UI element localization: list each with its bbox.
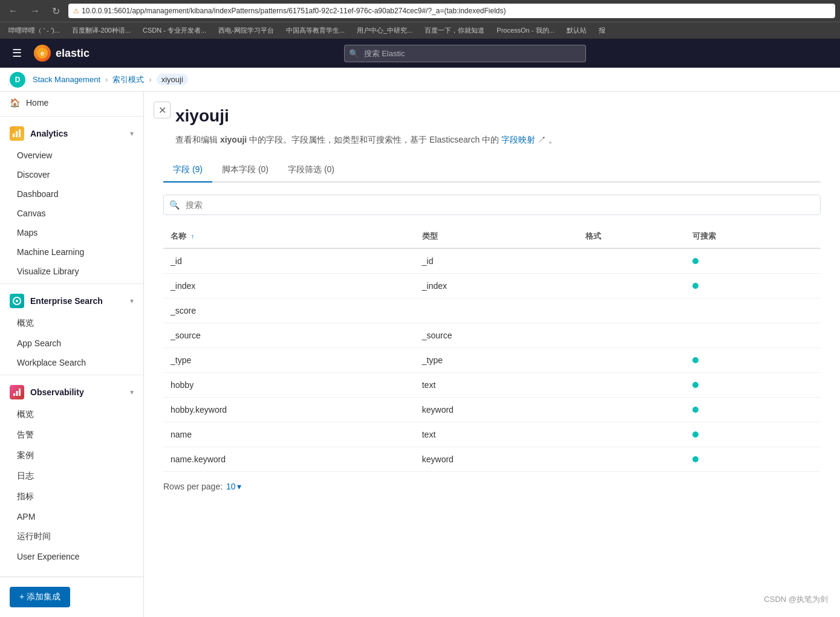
field-type-cell: _type — [415, 348, 578, 373]
table-row: nametext — [163, 422, 821, 447]
column-header-name[interactable]: 名称 ↑ — [163, 225, 415, 248]
home-icon: 🏠 — [10, 98, 20, 108]
close-icon: ✕ — [158, 105, 166, 116]
column-header-format: 格式 — [578, 225, 685, 248]
field-name-cell: name.keyword — [163, 447, 415, 472]
close-button[interactable]: ✕ — [154, 102, 171, 118]
enterprise-section-title: Enterprise Search — [30, 296, 124, 306]
field-format-cell — [578, 274, 685, 299]
sidebar-section-observability[interactable]: Observability ▾ — [0, 378, 143, 404]
bookmark-bilibili[interactable]: 哔哩哔哩（ ' - ')... — [5, 25, 63, 36]
nav-back-button[interactable]: ← — [5, 4, 22, 18]
bookmark-baidu[interactable]: 百度一下，你就知道 — [421, 25, 488, 36]
sidebar-item-machine-learning[interactable]: Machine Learning — [0, 242, 143, 262]
searchable-indicator — [692, 283, 698, 289]
sidebar-item-cases[interactable]: 案例 — [0, 445, 143, 466]
tab-scripted-fields[interactable]: 脚本字段 (0) — [212, 158, 278, 183]
hamburger-menu-button[interactable]: ☰ — [10, 44, 24, 62]
nav-forward-button[interactable]: → — [27, 4, 44, 18]
table-row: hobbytext — [163, 373, 821, 398]
rows-per-page-selector[interactable]: 10 ▾ — [226, 482, 241, 491]
observability-section-title: Observability — [30, 387, 124, 397]
sort-ascending-icon: ↑ — [191, 233, 195, 240]
page-title: xiyouji — [175, 106, 821, 126]
sidebar-section-analytics[interactable]: Analytics ▾ — [0, 119, 143, 146]
browser-nav-bar: ← → ↻ ⚠ 10.0.0.91:5601/app/management/ki… — [0, 0, 840, 22]
sidebar-item-home[interactable]: 🏠 Home — [0, 92, 143, 114]
external-link-icon: ↗ — [538, 135, 546, 144]
table-row: hobby.keywordkeyword — [163, 398, 821, 422]
observability-chevron-icon: ▾ — [130, 388, 134, 396]
app-layout: 🏠 Home Analytics ▾ Overview Discover Das… — [0, 92, 840, 617]
sidebar-item-logs[interactable]: 日志 — [0, 466, 143, 486]
url-text: 10.0.0.91:5601/app/management/kibana/ind… — [82, 7, 506, 15]
desc-suffix: 。 — [549, 135, 557, 144]
url-bar[interactable]: ⚠ 10.0.0.91:5601/app/management/kibana/i… — [68, 4, 835, 18]
sidebar-item-user-experience[interactable]: User Experience — [0, 547, 143, 566]
sidebar-item-canvas[interactable]: Canvas — [0, 204, 143, 223]
field-format-cell — [578, 248, 685, 274]
sidebar-item-enterprise-overview[interactable]: 概览 — [0, 313, 143, 334]
breadcrumb-stack-management[interactable]: Stack Management — [33, 75, 100, 84]
watermark: CSDN @执笔为剑 — [764, 594, 828, 605]
sidebar-item-alerts[interactable]: 告警 — [0, 425, 143, 445]
sidebar-item-app-search[interactable]: App Search — [0, 334, 143, 353]
table-row: _index_index — [163, 274, 821, 299]
bookmark-xidian[interactable]: 西电-网院学习平台 — [215, 25, 278, 36]
svg-rect-7 — [13, 393, 15, 396]
analytics-chevron-icon: ▾ — [130, 129, 134, 138]
table-row: _type_type — [163, 348, 821, 373]
nav-reload-button[interactable]: ↻ — [48, 4, 63, 18]
bookmark-processon[interactable]: ProcessOn - 我的... — [493, 25, 558, 36]
field-type-cell: _id — [415, 248, 578, 274]
sidebar-item-visualize-library[interactable]: Visualize Library — [0, 262, 143, 281]
svg-rect-8 — [16, 391, 18, 396]
sidebar-item-discover[interactable]: Discover — [0, 165, 143, 184]
table-row: _score — [163, 299, 821, 323]
sidebar-item-dashboard[interactable]: Dashboard — [0, 184, 143, 204]
sidebar-item-uptime[interactable]: 运行时间 — [0, 526, 143, 547]
kibana-logo: e elastic — [34, 45, 90, 62]
sidebar-item-apm[interactable]: APM — [0, 507, 143, 526]
bookmark-default[interactable]: 默认站 — [563, 25, 590, 36]
breadcrumb-separator-2: › — [149, 75, 151, 84]
add-integration-button[interactable]: + 添加集成 — [10, 587, 70, 607]
desc-prefix: 查看和编辑 — [175, 135, 218, 144]
bookmark-extra[interactable]: 报 — [595, 25, 609, 36]
field-type-cell: _index — [415, 274, 578, 299]
sidebar-item-observability-overview[interactable]: 概览 — [0, 404, 143, 425]
tab-fields[interactable]: 字段 (9) — [163, 158, 212, 183]
elastic-brand-text: elastic — [56, 47, 90, 60]
global-search-input[interactable] — [344, 45, 586, 62]
page-description: 查看和编辑 xiyouji 中的字段。字段属性，如类型和可搜索性，基于 Elas… — [175, 133, 821, 146]
field-mapping-link[interactable]: 字段映射 — [501, 135, 535, 144]
field-searchable-cell — [685, 348, 821, 373]
bookmarks-bar: 哔哩哔哩（ ' - ')... 百度翻译-200种语... CSDN - 专业开… — [0, 22, 840, 39]
tab-field-filter[interactable]: 字段筛选 (0) — [278, 158, 344, 183]
analytics-section-icon — [10, 126, 24, 141]
field-format-cell — [578, 422, 685, 447]
table-header-row: 名称 ↑ 类型 格式 可搜索 — [163, 225, 821, 248]
field-type-cell — [415, 299, 578, 323]
field-searchable-cell — [685, 373, 821, 398]
bookmark-baidu-translate[interactable]: 百度翻译-200种语... — [68, 25, 134, 36]
sidebar-divider-1 — [0, 116, 143, 117]
bookmark-user-center[interactable]: 用户中心_中研究... — [353, 25, 416, 36]
breadcrumb-index-patterns[interactable]: 索引模式 — [112, 74, 144, 85]
sidebar-item-metrics[interactable]: 指标 — [0, 486, 143, 507]
bookmark-csdn[interactable]: CSDN - 专业开发者... — [139, 25, 210, 36]
bookmark-education[interactable]: 中国高等教育学生... — [282, 25, 348, 36]
enterprise-section-icon — [10, 294, 24, 308]
field-searchable-cell — [685, 447, 821, 472]
svg-point-6 — [16, 300, 18, 302]
url-security-icon: ⚠ — [73, 7, 79, 15]
user-avatar[interactable]: D — [10, 72, 25, 88]
field-type-cell: _source — [415, 323, 578, 348]
sidebar-item-overview[interactable]: Overview — [0, 146, 143, 165]
field-search-input[interactable] — [163, 195, 821, 215]
searchable-indicator — [692, 407, 698, 413]
content-panel: ✕ xiyouji 查看和编辑 xiyouji 中的字段。字段属性，如类型和可搜… — [144, 92, 840, 617]
sidebar-item-maps[interactable]: Maps — [0, 223, 143, 242]
sidebar-section-enterprise[interactable]: Enterprise Search ▾ — [0, 286, 143, 313]
sidebar-item-workplace-search[interactable]: Workplace Search — [0, 353, 143, 372]
